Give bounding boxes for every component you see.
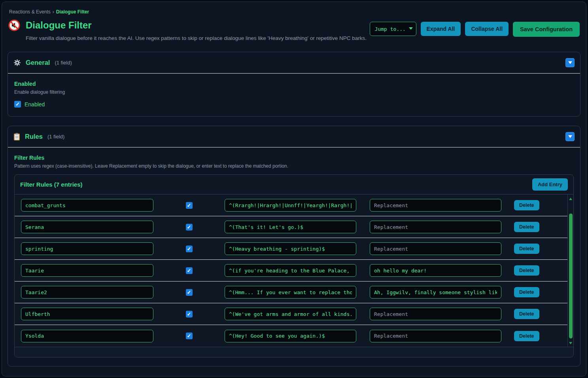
rule-name-input[interactable] [21, 286, 153, 299]
filter-rules-panel-title: Filter Rules (7 entries) [20, 181, 83, 188]
mute-dialogue-icon [8, 19, 20, 31]
rule-name-input[interactable] [21, 264, 153, 277]
scroll-up-arrow-icon[interactable] [569, 198, 572, 200]
rule-replacement-input[interactable] [370, 330, 501, 342]
add-entry-button[interactable]: Add Entry [532, 178, 568, 191]
enabled-field-label: Enabled [14, 81, 574, 87]
rule-row: Delete [15, 325, 573, 347]
scroll-down-arrow-icon[interactable] [569, 342, 572, 344]
enabled-checkbox-label: Enabled [25, 101, 45, 108]
gear-icon [13, 59, 21, 66]
rules-scrollbar[interactable] [567, 195, 573, 347]
rule-replacement-input[interactable] [370, 242, 501, 255]
rule-name-input[interactable] [21, 199, 153, 212]
rule-name-input[interactable] [21, 330, 153, 342]
rule-pattern-input[interactable] [225, 221, 356, 233]
rule-name-input[interactable] [21, 242, 153, 255]
general-collapse-button[interactable] [565, 58, 575, 67]
rule-delete-button[interactable]: Delete [514, 309, 539, 319]
rule-row: Delete [15, 282, 573, 303]
rule-row: Delete [15, 195, 573, 216]
clipboard-icon [13, 133, 20, 141]
rule-pattern-input[interactable] [225, 199, 356, 212]
rule-replacement-input[interactable] [370, 199, 501, 212]
page-subtitle: Filter vanilla dialogue before it reache… [26, 35, 367, 41]
filter-rules-panel: Filter Rules (7 entries) Add Entry Delet… [14, 174, 574, 357]
rule-enabled-checkbox[interactable] [186, 333, 193, 339]
breadcrumb-current: Dialogue Filter [56, 9, 89, 15]
rule-delete-button[interactable]: Delete [514, 244, 539, 254]
triangle-down-icon [568, 135, 572, 138]
scrollbar-thumb[interactable] [569, 214, 573, 338]
rules-section-header[interactable]: Rules (1 field) [8, 126, 580, 147]
rule-row: Delete [15, 216, 573, 238]
rule-replacement-input[interactable] [370, 286, 501, 299]
triangle-down-icon [568, 61, 572, 64]
rule-enabled-checkbox[interactable] [186, 289, 193, 296]
rule-replacement-input[interactable] [370, 221, 501, 233]
rule-delete-button[interactable]: Delete [514, 200, 539, 210]
rules-section-title: Rules [25, 133, 43, 140]
rules-list: Delete Delete Delete Delete Delete Delet… [15, 195, 573, 347]
rule-pattern-input[interactable] [225, 264, 356, 277]
rule-pattern-input[interactable] [225, 242, 356, 255]
breadcrumb: Reactions & Events›Dialogue Filter [8, 6, 580, 15]
rules-collapse-button[interactable] [565, 132, 575, 141]
general-section-title: General [26, 59, 50, 66]
rule-name-input[interactable] [21, 308, 153, 320]
rules-section-body: Filter Rules Pattern uses regex (case-in… [8, 147, 580, 366]
chevron-down-icon [409, 27, 413, 30]
save-configuration-button[interactable]: Save Configuration [513, 22, 580, 37]
rule-delete-button[interactable]: Delete [514, 222, 539, 232]
app-container: Reactions & Events›Dialogue Filter Dialo… [2, 2, 586, 376]
general-section-body: Enabled Enable dialogue filtering Enable… [8, 74, 580, 116]
rule-enabled-checkbox[interactable] [186, 311, 193, 318]
rules-section-field-count: (1 field) [47, 134, 64, 140]
rules-list-wrap: Delete Delete Delete Delete Delete Delet… [15, 194, 573, 347]
breadcrumb-parent-link[interactable]: Reactions & Events [9, 9, 51, 15]
rule-delete-button[interactable]: Delete [514, 265, 539, 276]
page-header: Dialogue Filter Filter vanilla dialogue … [8, 19, 580, 41]
filter-rules-description: Pattern uses regex (case-insensitive). L… [14, 163, 574, 169]
general-section-field-count: (1 field) [55, 60, 72, 66]
breadcrumb-separator: › [53, 9, 54, 15]
collapse-all-button[interactable]: Collapse All [465, 22, 509, 36]
page-title: Dialogue Filter [26, 20, 92, 31]
rule-enabled-checkbox[interactable] [186, 202, 193, 209]
rule-row: Delete [15, 303, 573, 325]
filter-rules-label: Filter Rules [14, 155, 574, 161]
rule-enabled-checkbox[interactable] [186, 246, 193, 252]
enabled-field-description: Enable dialogue filtering [14, 89, 574, 95]
rule-delete-button[interactable]: Delete [514, 287, 539, 297]
rule-pattern-input[interactable] [225, 286, 356, 299]
rule-replacement-input[interactable] [370, 264, 501, 277]
rule-replacement-input[interactable] [370, 308, 501, 320]
jump-to-select-wrap: Jump to... [370, 22, 416, 36]
rule-pattern-input[interactable] [225, 330, 356, 342]
general-section-header[interactable]: General (1 field) [8, 52, 580, 74]
expand-all-button[interactable]: Expand All [421, 22, 461, 36]
rule-enabled-checkbox[interactable] [186, 267, 193, 274]
rule-name-input[interactable] [21, 221, 153, 233]
rule-pattern-input[interactable] [225, 308, 356, 320]
rules-section: Rules (1 field) Filter Rules Pattern use… [8, 126, 580, 367]
enabled-checkbox[interactable] [14, 101, 21, 108]
rule-row: Delete [15, 238, 573, 260]
rules-panel-footer [15, 347, 573, 357]
rule-delete-button[interactable]: Delete [514, 331, 539, 341]
rule-enabled-checkbox[interactable] [186, 224, 193, 231]
rule-row: Delete [15, 260, 573, 282]
general-section: General (1 field) Enabled Enable dialogu… [8, 52, 580, 117]
